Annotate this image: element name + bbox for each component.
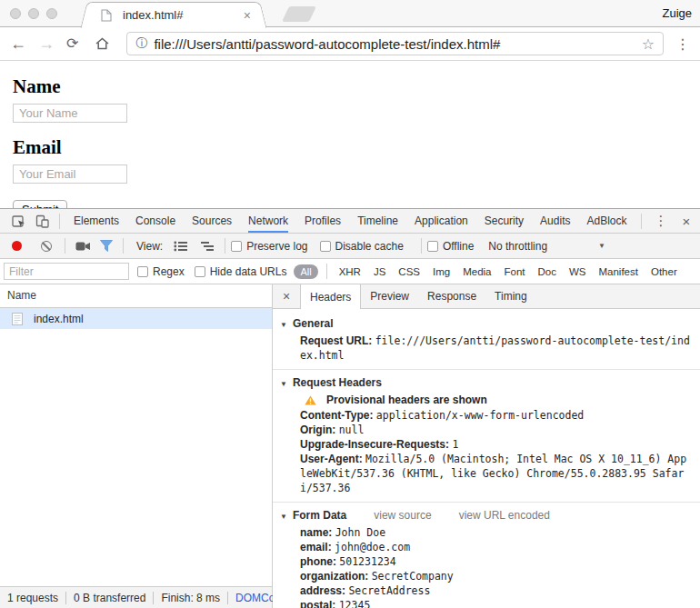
tab-close-icon[interactable]: × (244, 9, 251, 22)
form-data-item: email: john@doe.com (273, 540, 700, 554)
filter-funnel-icon[interactable] (100, 240, 113, 252)
disable-cache-checkbox[interactable] (320, 241, 331, 252)
regex-label[interactable]: Regex (153, 265, 185, 278)
devtools-tab-security[interactable]: Security (485, 209, 524, 233)
details-tab-timing[interactable]: Timing (485, 284, 536, 308)
divider (225, 238, 225, 254)
waterfall-view-icon[interactable] (200, 241, 215, 252)
form-field-name: phone: (300, 555, 336, 568)
details-tab-response[interactable]: Response (418, 284, 485, 308)
collapse-triangle-icon[interactable] (280, 317, 293, 330)
devtools-tab-profiles[interactable]: Profiles (305, 209, 341, 233)
general-section: General Request URL: file:///Users/antti… (273, 311, 700, 369)
devtools-tab-timeline[interactable]: Timeline (357, 209, 398, 233)
devtools-tab-audits[interactable]: Audits (540, 209, 570, 233)
general-section-header[interactable]: General (273, 314, 700, 334)
network-filter-input[interactable] (4, 263, 129, 280)
disable-cache-label[interactable]: Disable cache (335, 240, 404, 253)
form-data-section: Form Data view source view URL encoded n… (273, 502, 700, 608)
filter-type-all[interactable]: All (294, 264, 317, 279)
device-toolbar-icon[interactable] (35, 214, 49, 228)
devtools-tab-elements[interactable]: Elements (74, 209, 119, 233)
name-field-block: Name (13, 75, 687, 123)
view-source-link[interactable]: view source (374, 509, 431, 522)
throttling-select[interactable]: No throttling (488, 240, 547, 253)
collapse-triangle-icon[interactable] (280, 376, 293, 389)
record-icon[interactable] (12, 241, 22, 251)
devtools-close-icon[interactable]: × (683, 214, 691, 229)
bookmark-star-icon[interactable]: ☆ (642, 35, 655, 53)
offline-label[interactable]: Offline (443, 240, 474, 253)
regex-checkbox[interactable] (137, 266, 148, 277)
form-field-name: name: (300, 526, 332, 539)
zoom-window-button[interactable] (46, 8, 57, 19)
form-field-name: email: (300, 541, 332, 553)
profile-name[interactable]: Zuige (662, 6, 692, 20)
home-icon[interactable] (95, 36, 110, 51)
devtools-tab-network[interactable]: Network (248, 209, 288, 233)
filter-type-js[interactable]: JS (374, 266, 385, 277)
requests-list: index.html (0, 308, 272, 586)
filter-type-doc[interactable]: Doc (538, 266, 556, 277)
devtools-tab-sources[interactable]: Sources (192, 209, 232, 233)
url-text[interactable]: file:///Users/antti/password-autocomplet… (154, 36, 635, 52)
url-bar[interactable]: ⓘ file:///Users/antti/password-autocompl… (126, 32, 664, 55)
form-data-section-header[interactable]: Form Data view source view URL encoded (273, 506, 700, 525)
header-value: 1 (452, 438, 458, 451)
name-input[interactable] (13, 104, 127, 123)
divider (65, 238, 65, 254)
clear-icon[interactable] (41, 241, 52, 252)
filter-type-manifest[interactable]: Manifest (599, 266, 638, 277)
hide-data-urls-checkbox[interactable] (195, 266, 205, 277)
throttling-dropdown-arrow-icon[interactable]: ▼ (598, 242, 605, 250)
devtools-tab-adblock[interactable]: AdBlock (586, 209, 626, 233)
form-field-value: 501231234 (339, 555, 395, 568)
devtools-menu-icon[interactable]: ⋮ (655, 213, 668, 229)
back-icon[interactable]: ← (10, 35, 26, 52)
request-row[interactable]: index.html (0, 308, 272, 329)
hide-data-urls-label[interactable]: Hide data URLs (210, 265, 287, 278)
request-headers-section-header[interactable]: Request Headers (273, 374, 700, 393)
browser-menu-icon[interactable]: ⋮ (675, 35, 690, 53)
requests-column-header[interactable]: Name (0, 284, 272, 308)
header-item: Upgrade-Insecure-Requests: 1 (273, 437, 700, 452)
preserve-log-checkbox[interactable] (231, 241, 242, 252)
page-info-icon[interactable]: ⓘ (135, 35, 147, 52)
inspect-element-icon[interactable] (12, 214, 26, 228)
filter-type-font[interactable]: Font (505, 266, 525, 277)
screenshot-camera-icon[interactable] (75, 241, 91, 252)
form-field-name: postal: (300, 599, 335, 608)
filter-type-xhr[interactable]: XHR (339, 266, 361, 277)
reload-icon[interactable]: ⟳ (66, 36, 78, 51)
filter-type-media[interactable]: Media (463, 266, 491, 277)
devtools-tab-application[interactable]: Application (415, 209, 468, 233)
preserve-log-label[interactable]: Preserve log (246, 240, 307, 253)
devtools-tab-console[interactable]: Console (135, 209, 175, 233)
name-label: Name (13, 75, 687, 98)
address-toolbar: ← → ⟳ ⓘ file:///Users/antti/password-aut… (0, 27, 700, 61)
devtools-panel: Elements Console Sources Network Profile… (0, 208, 700, 608)
filter-type-ws[interactable]: WS (569, 266, 586, 277)
header-name: Content-Type: (300, 409, 373, 422)
details-tab-headers[interactable]: Headers (300, 284, 361, 309)
list-view-icon[interactable] (174, 241, 188, 252)
view-url-encoded-link[interactable]: view URL encoded (459, 509, 550, 522)
divider (123, 238, 124, 254)
new-tab-button[interactable] (282, 6, 316, 22)
headers-content: General Request URL: file:///Users/antti… (273, 309, 700, 608)
minimize-window-button[interactable] (28, 8, 39, 19)
offline-checkbox[interactable] (427, 241, 438, 252)
details-tab-preview[interactable]: Preview (361, 284, 418, 308)
details-close-icon[interactable]: × (273, 284, 300, 308)
divider (326, 264, 327, 279)
close-window-button[interactable] (10, 8, 21, 19)
finish-time: Finish: 8 ms (153, 592, 227, 604)
browser-tab[interactable]: index.html# × (85, 2, 262, 28)
email-label: Email (13, 136, 687, 159)
filter-type-css[interactable]: CSS (398, 266, 420, 277)
file-document-icon (12, 313, 23, 325)
filter-type-img[interactable]: Img (433, 266, 450, 277)
filter-type-other[interactable]: Other (651, 266, 677, 277)
collapse-triangle-icon[interactable] (280, 509, 293, 522)
email-input[interactable] (13, 164, 127, 184)
